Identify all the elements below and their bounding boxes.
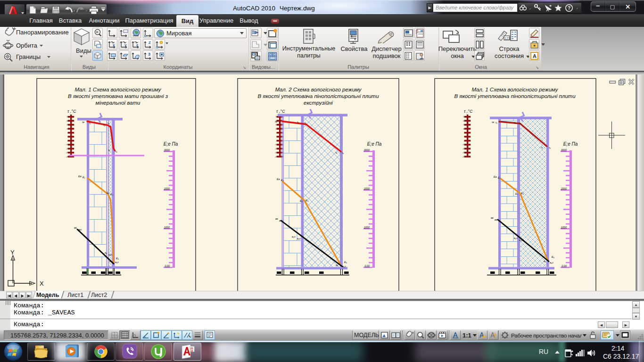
- svg-text:Ев: Ев: [78, 175, 82, 178]
- svg-text:1000: 1000: [164, 226, 170, 229]
- svg-text:-15: -15: [66, 148, 69, 150]
- svg-text:τ₄: τ₄: [108, 148, 110, 151]
- svg-text:-20: -20: [275, 151, 278, 154]
- svg-text:τв: τв: [492, 121, 494, 123]
- svg-text:123: 123: [504, 37, 510, 40]
- svg-text:Границы: Границы: [16, 53, 41, 60]
- svg-text:В якості утеплювача пінополіст: В якості утеплювача пінополістирольні пл…: [257, 93, 379, 99]
- svg-text:Панорамирование: Панорамирование: [16, 29, 69, 36]
- svg-text:Мал. 1 Схема вологісного режим: Мал. 1 Схема вологісного режиму: [471, 87, 558, 92]
- svg-text:В якості утеплювача мати проши: В якості утеплювача мати прошивні з: [68, 93, 168, 99]
- svg-text:20: 20: [66, 120, 69, 122]
- svg-text:мінеральної вати: мінеральної вати: [96, 100, 141, 106]
- svg-text:Виды: Виды: [76, 47, 91, 54]
- svg-text:Мал. 1 Схема вологісного режим: Мал. 1 Схема вологісного режиму: [74, 87, 161, 92]
- svg-text:X: X: [40, 280, 44, 287]
- svg-text:в₅з: в₅з: [550, 261, 553, 264]
- svg-text:τ₄: τ₄: [335, 151, 337, 154]
- svg-text:вв: вв: [491, 216, 494, 219]
- svg-text:Е₁: Е₁: [498, 176, 501, 179]
- svg-text:Е₂: Е₂: [300, 199, 303, 202]
- svg-text:1000: 1000: [364, 226, 370, 229]
- svg-text:-15: -15: [275, 148, 278, 150]
- svg-text:τв: τв: [275, 120, 277, 123]
- svg-text:τ₁: τ₁: [297, 121, 299, 123]
- svg-text:τ ,°C: τ ,°C: [67, 109, 76, 114]
- svg-text:Е₅: Е₅: [552, 255, 555, 258]
- svg-text:-10: -10: [462, 143, 466, 146]
- svg-text:в₅: в₅: [109, 260, 112, 263]
- svg-text:Ев: Ев: [494, 175, 497, 178]
- svg-text:10: 10: [463, 128, 465, 130]
- svg-text:в₄: в₄: [105, 251, 107, 254]
- svg-text:3: 3: [148, 52, 150, 57]
- svg-text:вв: вв: [74, 226, 77, 229]
- svg-text:в₅: в₅: [336, 263, 339, 266]
- svg-text:Z: Z: [149, 41, 151, 45]
- svg-text:в₅з: в₅з: [115, 261, 119, 263]
- svg-text:-25: -25: [66, 156, 69, 158]
- svg-text:Орбита: Орбита: [16, 42, 38, 49]
- svg-text:τв: τв: [82, 121, 84, 123]
- svg-text:10: 10: [66, 128, 69, 130]
- svg-text:τ₁: τ₁: [279, 121, 281, 124]
- svg-text:τ₅: τ₅: [549, 146, 551, 149]
- svg-text:ввз: ввз: [78, 228, 82, 231]
- svg-text:-20: -20: [66, 151, 69, 154]
- svg-text:вв: вв: [275, 217, 278, 220]
- svg-text:15: 15: [463, 115, 465, 118]
- svg-text:в₅з: в₅з: [342, 265, 346, 268]
- svg-text:0.00: 0.00: [165, 264, 170, 267]
- svg-text:3000: 3000: [164, 148, 170, 151]
- svg-text:y: y: [124, 43, 127, 47]
- svg-text:15: 15: [66, 115, 69, 118]
- svg-text:0.00: 0.00: [364, 264, 370, 267]
- svg-text:2000: 2000: [363, 187, 370, 190]
- svg-text:Е₁: Е₁: [83, 176, 85, 179]
- svg-text:-10: -10: [66, 143, 69, 146]
- svg-text:Е₃: Е₃: [305, 199, 309, 202]
- svg-text:1000: 1000: [561, 226, 567, 229]
- svg-text:A: A: [533, 53, 537, 59]
- svg-text:z: z: [136, 43, 138, 47]
- svg-text:в₄з: в₄з: [108, 253, 112, 256]
- svg-text:в₃з: в₃з: [297, 237, 301, 240]
- svg-text:В якості утеплювача пінополіст: В якості утеплювача пінополістирольні пл…: [454, 93, 576, 99]
- svg-text:E;e Па: E;e Па: [563, 141, 578, 147]
- svg-text:τ ,°C: τ ,°C: [276, 109, 285, 114]
- svg-text:20: 20: [462, 120, 465, 122]
- svg-text:3000: 3000: [561, 148, 567, 151]
- svg-text:екструзійні: екструзійні: [304, 100, 333, 106]
- svg-text:ввз: ввз: [279, 219, 283, 222]
- svg-text:15: 15: [463, 123, 465, 126]
- svg-text:-20: -20: [462, 151, 466, 154]
- svg-text:0.00: 0.00: [561, 264, 567, 267]
- svg-text:ввз: ввз: [495, 218, 499, 221]
- svg-text:Е₂: Е₂: [515, 192, 519, 195]
- svg-text:τ₅: τ₅: [342, 151, 344, 154]
- svg-text:-25: -25: [275, 156, 278, 158]
- svg-text:Е₂: Е₂: [107, 191, 110, 194]
- svg-text:x: x: [113, 43, 115, 47]
- svg-text:15: 15: [275, 115, 278, 118]
- svg-text:в₂з: в₂з: [292, 235, 296, 238]
- svg-text:Е₃: Е₃: [110, 193, 114, 196]
- svg-text:Мал. 2 Схема вологісного режим: Мал. 2 Схема вологісного режиму: [275, 87, 362, 92]
- svg-text:в₂з: в₂з: [514, 237, 518, 239]
- svg-text:τ₄: τ₄: [541, 146, 543, 148]
- svg-text:10: 10: [190, 349, 193, 352]
- svg-text:10: 10: [275, 128, 278, 130]
- svg-text:τ₅: τ₅: [116, 150, 118, 153]
- svg-text:-10: -10: [275, 143, 278, 146]
- svg-text:E;e Па: E;e Па: [367, 141, 382, 147]
- svg-text:Е₅: Е₅: [116, 257, 119, 260]
- svg-text:Е₁: Е₁: [281, 179, 284, 181]
- svg-text:в₃з: в₃з: [519, 239, 523, 241]
- svg-text:Y: Y: [10, 249, 15, 256]
- svg-text:3000: 3000: [364, 148, 370, 151]
- svg-text:Е₃: Е₃: [521, 192, 524, 195]
- svg-text:Ев: Ев: [277, 178, 280, 181]
- svg-text:τ₁: τ₁: [89, 122, 91, 124]
- svg-text:2000: 2000: [561, 187, 567, 190]
- svg-text:Е₅: Е₅: [344, 261, 347, 263]
